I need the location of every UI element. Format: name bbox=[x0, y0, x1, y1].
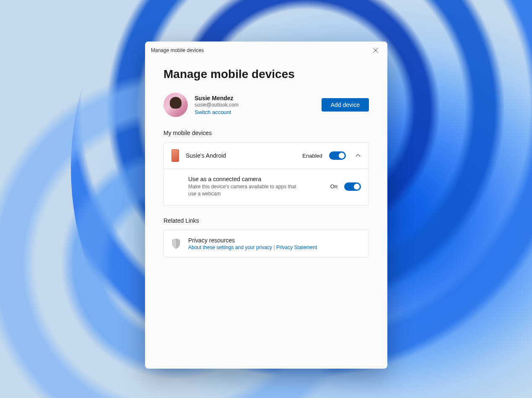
setting-text: Use as a connected camera Make this devi… bbox=[188, 176, 324, 198]
titlebar: Manage mobile devices bbox=[145, 42, 387, 59]
close-button[interactable] bbox=[366, 44, 385, 57]
privacy-links: About these settings and your privacy | … bbox=[188, 245, 361, 250]
window-content: Manage mobile devices Susie Mendez susie… bbox=[145, 59, 387, 369]
close-icon bbox=[373, 48, 378, 53]
device-setting-row: Use as a connected camera Make this devi… bbox=[164, 169, 369, 205]
page-title: Manage mobile devices bbox=[163, 68, 369, 81]
add-device-button[interactable]: Add device bbox=[322, 98, 369, 112]
user-info-block: Susie Mendez susie@outlook.com Switch ac… bbox=[163, 93, 239, 117]
privacy-resources-card: Privacy resources About these settings a… bbox=[163, 230, 369, 258]
device-toggle-label: Enabled bbox=[302, 153, 322, 159]
manage-mobile-devices-window: Manage mobile devices Manage mobile devi… bbox=[145, 42, 387, 369]
setting-description: Make this device's camera available to a… bbox=[188, 183, 306, 198]
chevron-up-icon bbox=[355, 153, 361, 159]
setting-toggle-label: On bbox=[330, 183, 337, 190]
device-name: Susie's Android bbox=[186, 152, 296, 159]
user-section: Susie Mendez susie@outlook.com Switch ac… bbox=[163, 93, 369, 117]
shield-icon bbox=[171, 238, 181, 249]
user-email: susie@outlook.com bbox=[195, 102, 239, 108]
privacy-statement-link[interactable]: Privacy Statement bbox=[276, 245, 317, 250]
link-separator: | bbox=[272, 245, 276, 250]
window-title: Manage mobile devices bbox=[151, 47, 204, 53]
privacy-text: Privacy resources About these settings a… bbox=[188, 237, 361, 250]
device-row[interactable]: Susie's Android Enabled bbox=[164, 143, 369, 169]
devices-heading: My mobile devices bbox=[163, 130, 369, 136]
related-links-heading: Related Links bbox=[163, 217, 369, 224]
connected-camera-toggle[interactable] bbox=[344, 182, 361, 191]
user-name: Susie Mendez bbox=[195, 95, 239, 101]
user-text: Susie Mendez susie@outlook.com Switch ac… bbox=[195, 95, 239, 115]
about-privacy-link[interactable]: About these settings and your privacy bbox=[188, 245, 272, 250]
avatar bbox=[163, 93, 188, 117]
phone-icon bbox=[171, 149, 179, 162]
device-enable-toggle[interactable] bbox=[329, 151, 346, 160]
device-card: Susie's Android Enabled Use as a connect… bbox=[163, 142, 369, 206]
switch-account-link[interactable]: Switch account bbox=[195, 109, 239, 115]
setting-title: Use as a connected camera bbox=[188, 176, 324, 182]
privacy-title: Privacy resources bbox=[188, 237, 361, 244]
